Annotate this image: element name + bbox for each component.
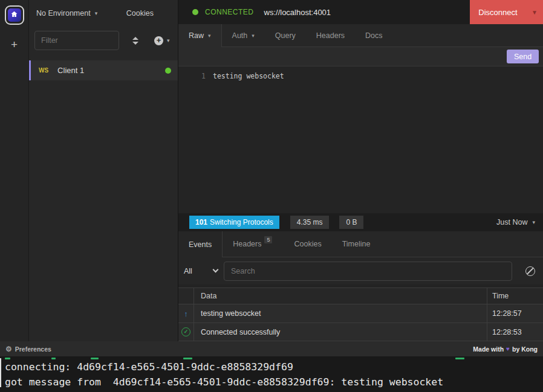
table-row[interactable]: ✓ Connected successfully 12:28:53: [178, 323, 543, 341]
sort-icon[interactable]: [132, 37, 138, 45]
preferences-label: Preferences: [15, 345, 51, 353]
events-table: Data Time ↑ testing websocket 12:28:57 ✓…: [178, 288, 543, 341]
chevron-down-icon: [213, 267, 219, 273]
chevron-down-icon: ▾: [167, 37, 170, 43]
client-name: Client 1: [57, 66, 84, 75]
events-table-header: Data Time: [178, 288, 543, 304]
request-tabs: Raw ▾ Auth ▾ Query Headers Docs: [178, 24, 543, 47]
tab-auth-label: Auth: [232, 31, 248, 40]
terminal-cursor: [0, 358, 1, 387]
preferences-button[interactable]: ⚙ Preferences: [5, 345, 51, 353]
add-request-dropdown[interactable]: + ▾: [154, 36, 170, 45]
data-column-header: Data: [193, 288, 487, 304]
check-glyph: ✓: [181, 327, 190, 336]
tab-events-label: Events: [189, 240, 212, 249]
home-button-surface: [8, 8, 21, 22]
duration-badge: 4.35 ms: [290, 216, 330, 229]
tab-response-headers[interactable]: Headers 5: [223, 231, 284, 257]
tab-timeline-label: Timeline: [342, 240, 371, 248]
event-time: 12:28:53: [487, 323, 543, 341]
tab-response-cookies-label: Cookies: [294, 240, 321, 248]
sidebar: No Environment ▾ Cookies + ▾ WS Client 1: [29, 0, 178, 341]
tab-timeline[interactable]: Timeline: [332, 231, 381, 257]
tab-raw[interactable]: Raw ▾: [178, 24, 222, 47]
chevron-down-icon: ▾: [532, 219, 535, 225]
gear-icon: ⚙: [5, 345, 12, 353]
websocket-url-bar: CONNECTED ws://localhost:4001 Disconnect…: [178, 0, 543, 24]
response-meta-bar: 101 Switching Protocols 4.35 ms 0 B Just…: [178, 213, 543, 231]
connection-active-dot: [165, 68, 171, 74]
tab-response-headers-label: Headers: [233, 240, 261, 248]
main-pane: CONNECTED ws://localhost:4001 Disconnect…: [178, 0, 543, 341]
credit-prefix: Made with: [473, 345, 504, 353]
ws-method-badge: WS: [39, 67, 48, 74]
event-type-value: All: [184, 267, 192, 275]
heart-icon: ♥: [506, 345, 510, 352]
event-data: Connected successfully: [193, 323, 487, 341]
connected-dot-icon: [192, 9, 198, 15]
home-icon: [10, 10, 18, 21]
status-reason: Switching Protocols: [210, 218, 273, 227]
table-row[interactable]: ↑ testing websocket 12:28:57: [178, 304, 543, 323]
insomnia-app-window: + No Environment ▾ Cookies + ▾ WS Client…: [0, 0, 543, 341]
editor-line: 1 testing websocket: [178, 72, 284, 80]
tab-response-cookies[interactable]: Cookies: [284, 231, 331, 257]
tab-query-label: Query: [275, 31, 296, 40]
message-editor[interactable]: 1 testing websocket: [178, 66, 543, 213]
status-badge: 101 Switching Protocols: [189, 216, 279, 229]
tab-events[interactable]: Events: [178, 231, 223, 257]
editor-text: testing websocket: [213, 72, 284, 80]
sidebar-item-client-1[interactable]: WS Client 1: [29, 60, 178, 80]
disconnect-split-button: Disconnect ▼: [470, 0, 543, 24]
icon-column-header: [178, 288, 193, 304]
cookies-button[interactable]: Cookies: [126, 9, 154, 18]
plus-circle-icon: +: [154, 36, 163, 45]
event-data: testing websocket: [193, 304, 487, 323]
recency-label: Just Now: [496, 218, 527, 227]
chevron-down-icon: ▾: [95, 10, 98, 16]
send-button[interactable]: Send: [507, 50, 539, 63]
made-with-love-credit: Made with ♥ by Kong: [473, 345, 538, 353]
events-filter-row: All: [178, 257, 543, 284]
sort-down-triangle: [132, 42, 138, 45]
clipped-console-line: [455, 358, 464, 359]
chevron-down-icon: ▾: [208, 33, 211, 39]
chevron-down-icon: ▾: [252, 33, 255, 39]
events-search-input[interactable]: [224, 262, 512, 281]
tab-raw-label: Raw: [189, 31, 204, 40]
event-type-select[interactable]: All: [184, 267, 224, 275]
sort-up-triangle: [132, 37, 138, 40]
console-line: connecting: 4d69cf14-e565-4501-9ddc-e885…: [5, 361, 293, 373]
time-column-header: Time: [487, 288, 543, 304]
tab-docs-label: Docs: [365, 31, 382, 40]
disconnect-options-dropdown[interactable]: ▼: [526, 0, 543, 24]
add-project-button[interactable]: +: [11, 38, 18, 51]
response-history-dropdown[interactable]: Just Now ▾: [496, 218, 535, 227]
status-code: 101: [195, 218, 207, 227]
message-sent-arrow-up-icon: ↑: [178, 304, 193, 323]
home-button[interactable]: [5, 5, 24, 25]
disconnect-button[interactable]: Disconnect: [470, 0, 526, 24]
sidebar-filter-input[interactable]: [34, 31, 119, 50]
environment-label: No Environment: [36, 9, 91, 18]
headers-count-badge: 5: [264, 236, 272, 243]
environment-dropdown[interactable]: No Environment ▾: [36, 9, 97, 18]
size-badge: 0 B: [339, 216, 363, 229]
tab-auth[interactable]: Auth ▾: [222, 24, 265, 47]
clipped-console-line: [51, 358, 56, 359]
line-number: 1: [178, 72, 206, 80]
sidebar-filter-row: + ▾: [29, 27, 178, 54]
clipped-console-line: [5, 358, 10, 359]
tab-headers[interactable]: Headers: [306, 24, 355, 47]
websocket-url[interactable]: ws://localhost:4001: [264, 8, 331, 17]
clipped-console-line: [183, 358, 192, 359]
tab-headers-label: Headers: [316, 31, 345, 40]
terminal-console[interactable]: connecting: 4d69cf14-e565-4501-9ddc-e885…: [0, 356, 543, 392]
clear-events-icon[interactable]: [525, 266, 535, 276]
tab-query[interactable]: Query: [265, 24, 306, 47]
credit-suffix: by Kong: [512, 345, 538, 353]
tab-docs[interactable]: Docs: [355, 24, 392, 47]
activity-rail: +: [0, 0, 29, 341]
connected-check-circle-icon: ✓: [178, 323, 193, 341]
clipped-console-line: [91, 358, 99, 359]
